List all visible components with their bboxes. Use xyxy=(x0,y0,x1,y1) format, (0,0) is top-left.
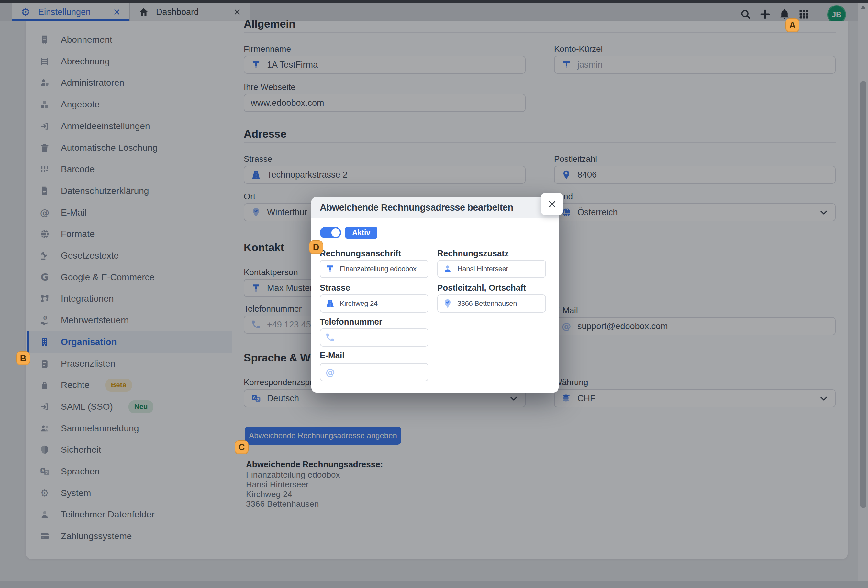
field-label: Telefonnummer xyxy=(320,317,382,327)
phone-icon xyxy=(325,332,335,343)
field-value: Kirchweg 24 xyxy=(340,299,378,308)
aktiv-toggle[interactable] xyxy=(320,227,341,238)
field-label: E-Mail xyxy=(320,350,345,360)
modal-plz-ortschaft-field[interactable]: 3366 Bettenhausen xyxy=(437,294,546,313)
close-icon[interactable] xyxy=(541,193,563,215)
modal-rechnungszusatz-field[interactable]: Hansi Hinterseer xyxy=(437,260,546,278)
at-icon: @ xyxy=(325,367,335,377)
modal-title: Abweichende Rechnungsadresse bearbeiten xyxy=(320,202,513,213)
modal-header: Abweichende Rechnungsadresse bearbeiten xyxy=(311,197,559,218)
aktiv-badge: Aktiv xyxy=(345,226,377,239)
field-label: Rechnungszusatz xyxy=(437,248,509,259)
field-label: Rechnungsanschrift xyxy=(320,248,401,259)
field-label: Strasse xyxy=(320,283,350,293)
annotation-badge-c: C xyxy=(235,440,248,454)
map-pin-check-icon xyxy=(443,298,453,309)
field-value: Finanzabteilung edoobox xyxy=(340,265,416,273)
annotation-badge-b: B xyxy=(16,352,30,365)
modal-rechnungsanschrift-field[interactable]: Finanzabteilung edoobox xyxy=(320,260,428,278)
modal-telefonnummer-field[interactable] xyxy=(320,328,428,347)
toggle-knob xyxy=(331,229,340,237)
person-icon xyxy=(443,264,453,274)
field-label: Postleitzahl, Ortschaft xyxy=(437,283,526,293)
modal-strasse-field[interactable]: Kirchweg 24 xyxy=(320,294,428,313)
text-icon xyxy=(325,264,335,274)
field-value: 3366 Bettenhausen xyxy=(457,299,517,308)
annotation-badge-d: D xyxy=(309,241,323,254)
field-value: Hansi Hinterseer xyxy=(457,265,508,273)
annotation-badge-a: A xyxy=(785,18,799,33)
road-icon xyxy=(325,298,335,309)
modal-email-field[interactable]: @ xyxy=(320,363,428,381)
